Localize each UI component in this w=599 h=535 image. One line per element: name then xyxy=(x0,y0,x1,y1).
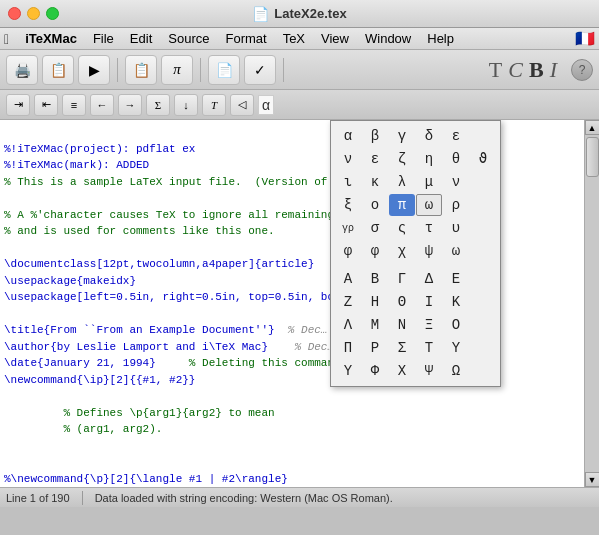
scroll-up-button[interactable]: ▲ xyxy=(585,120,600,135)
copy-button[interactable]: 📋 xyxy=(125,55,157,85)
greek-nu[interactable]: ν xyxy=(443,171,469,193)
greek-Upsilon2[interactable]: Υ xyxy=(335,360,361,382)
greek-varsigma[interactable]: ς xyxy=(389,217,415,239)
arrow-button[interactable]: ← xyxy=(90,94,114,116)
greek-empty5 xyxy=(470,240,496,262)
compile-button[interactable]: ▶ xyxy=(78,55,110,85)
greek-Nu[interactable]: Ν xyxy=(389,314,415,336)
menu-edit[interactable]: Edit xyxy=(122,29,160,48)
greek-omega[interactable]: ω xyxy=(443,240,469,262)
greek-Xi[interactable]: Ξ xyxy=(416,314,442,336)
close-button[interactable] xyxy=(8,7,21,20)
greek-theta[interactable]: θ xyxy=(443,148,469,170)
greek-Alpha[interactable]: Α xyxy=(335,268,361,290)
greek-Omega[interactable]: Ω xyxy=(443,360,469,382)
greek-rho[interactable]: ρ xyxy=(443,194,469,216)
greek-Pi[interactable]: Π xyxy=(335,337,361,359)
arrow4-button[interactable]: ◁ xyxy=(230,94,254,116)
greek-Chi[interactable]: Χ xyxy=(389,360,415,382)
greek-iota[interactable]: ι xyxy=(335,171,361,193)
menu-source[interactable]: Source xyxy=(160,29,217,48)
menu-tex[interactable]: TeX xyxy=(275,29,313,48)
menu-itexmac[interactable]: iTeXMac xyxy=(17,29,85,48)
greek-Beta[interactable]: Β xyxy=(362,268,388,290)
greek-nu-small[interactable]: ν xyxy=(335,148,361,170)
editor[interactable]: %!iTeXMac(project): pdflat ex %!iTeXMac(… xyxy=(0,120,584,487)
greek-Mu[interactable]: Μ xyxy=(362,314,388,336)
greek-Psi[interactable]: Ψ xyxy=(416,360,442,382)
greek-Zeta[interactable]: Ζ xyxy=(335,291,361,313)
greek-gamma[interactable]: γ xyxy=(389,125,415,147)
editor-line-11 xyxy=(4,308,11,320)
scroll-down-button[interactable]: ▼ xyxy=(585,472,600,487)
greek-Rho[interactable]: Ρ xyxy=(362,337,388,359)
print-button[interactable]: 🖨️ xyxy=(6,55,38,85)
greek-epsilon[interactable]: ε xyxy=(443,125,469,147)
greek-Kappa[interactable]: Κ xyxy=(443,291,469,313)
greek-sigma[interactable]: σ xyxy=(362,217,388,239)
greek-Iota[interactable]: Ι xyxy=(416,291,442,313)
help-button[interactable]: ? xyxy=(571,59,593,81)
greek-zeta[interactable]: ζ xyxy=(389,148,415,170)
greek-chi[interactable]: χ xyxy=(389,240,415,262)
preview-button[interactable]: 📋 xyxy=(42,55,74,85)
greek-varpi[interactable]: ω xyxy=(416,194,442,216)
math-button[interactable]: π xyxy=(161,55,193,85)
greek-Sigma[interactable]: Σ xyxy=(389,337,415,359)
format-B[interactable]: B xyxy=(529,57,544,83)
scroll-track[interactable] xyxy=(585,135,600,472)
greek-alpha[interactable]: α xyxy=(335,125,361,147)
paste-button[interactable]: 📄 xyxy=(208,55,240,85)
language-flag: 🇫🇷 xyxy=(575,29,595,48)
outdent-button[interactable]: ⇤ xyxy=(34,94,58,116)
greek-upsilon[interactable]: υ xyxy=(443,217,469,239)
greek-kappa[interactable]: κ xyxy=(362,171,388,193)
greek-tau[interactable]: τ xyxy=(416,217,442,239)
greek-Omicron[interactable]: Ο xyxy=(443,314,469,336)
scroll-thumb[interactable] xyxy=(586,137,599,177)
format-I[interactable]: I xyxy=(550,57,557,83)
greek-delta[interactable]: δ xyxy=(416,125,442,147)
format-C[interactable]: C xyxy=(508,57,523,83)
maximize-button[interactable] xyxy=(46,7,59,20)
toolbar-main: 🖨️ 📋 ▶ 📋 π 📄 ✓ T C B I ? xyxy=(0,50,599,90)
greek-varphi[interactable]: φ xyxy=(362,240,388,262)
apple-logo-icon[interactable]:  xyxy=(4,31,9,47)
greek-phi[interactable]: φ xyxy=(335,240,361,262)
greek-Delta[interactable]: Δ xyxy=(416,268,442,290)
align-button[interactable]: ≡ xyxy=(62,94,86,116)
greek-eta[interactable]: η xyxy=(416,148,442,170)
greek-Upsilon[interactable]: Υ xyxy=(443,337,469,359)
menu-window[interactable]: Window xyxy=(357,29,419,48)
sigma-button[interactable]: Σ xyxy=(146,94,170,116)
greek-Tau[interactable]: Τ xyxy=(416,337,442,359)
menu-format[interactable]: Format xyxy=(217,29,274,48)
spell-button[interactable]: ✓ xyxy=(244,55,276,85)
greek-Eta[interactable]: Η xyxy=(362,291,388,313)
greek-Lambda[interactable]: Λ xyxy=(335,314,361,336)
greek-mu[interactable]: μ xyxy=(416,171,442,193)
arrow3-button[interactable]: ↓ xyxy=(174,94,198,116)
greek-Gamma[interactable]: Γ xyxy=(389,268,415,290)
greek-Theta[interactable]: Θ xyxy=(389,291,415,313)
menu-help[interactable]: Help xyxy=(419,29,462,48)
greek-vartheta[interactable]: ϑ xyxy=(470,148,496,170)
font-button[interactable]: T xyxy=(202,94,226,116)
greek-Epsilon[interactable]: Ε xyxy=(443,268,469,290)
minimize-button[interactable] xyxy=(27,7,40,20)
greek-gamma-rho[interactable]: γρ xyxy=(335,217,361,239)
scrollbar[interactable]: ▲ ▼ xyxy=(584,120,599,487)
greek-lambda[interactable]: λ xyxy=(389,171,415,193)
greek-psi[interactable]: ψ xyxy=(416,240,442,262)
menu-view[interactable]: View xyxy=(313,29,357,48)
greek-xi[interactable]: ξ xyxy=(335,194,361,216)
greek-Phi[interactable]: Φ xyxy=(362,360,388,382)
greek-beta[interactable]: β xyxy=(362,125,388,147)
arrow2-button[interactable]: → xyxy=(118,94,142,116)
format-T[interactable]: T xyxy=(489,57,502,83)
greek-eta2[interactable]: ε xyxy=(362,148,388,170)
indent-button[interactable]: ⇥ xyxy=(6,94,30,116)
menu-file[interactable]: File xyxy=(85,29,122,48)
greek-omicron[interactable]: ο xyxy=(362,194,388,216)
greek-pi[interactable]: π xyxy=(389,194,415,216)
